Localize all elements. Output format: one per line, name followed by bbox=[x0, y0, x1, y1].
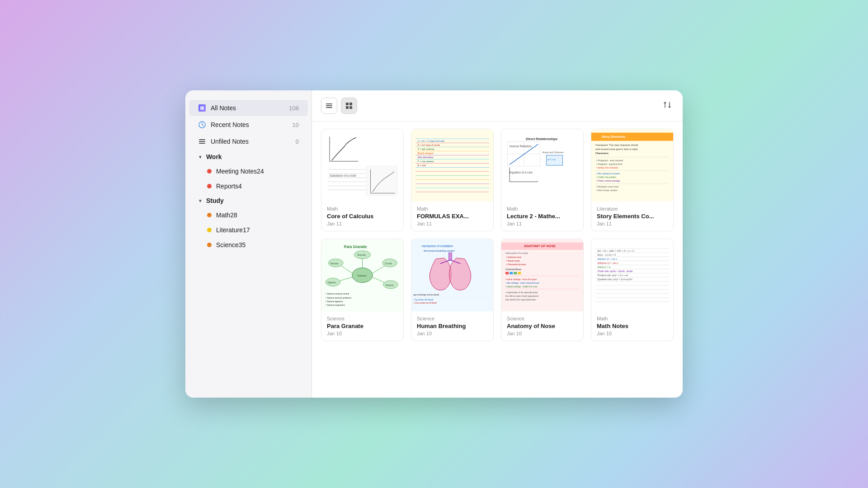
note-category-science2: Science bbox=[417, 316, 488, 321]
note-category-story: Literature bbox=[597, 206, 668, 211]
svg-text:• CO₂ moves out of blood: • CO₂ moves out of blood bbox=[414, 302, 437, 304]
svg-rect-2 bbox=[199, 139, 205, 140]
sidebar-item-recent-notes[interactable]: Recent Notes 10 bbox=[189, 117, 308, 133]
note-card-anatomy[interactable]: ANATOMY OF NOSE main parts of a nose: • … bbox=[501, 239, 584, 341]
svg-text:• Paranasal sinuses: • Paranasal sinuses bbox=[506, 263, 526, 266]
note-date-formulas: Jan 11 bbox=[417, 221, 488, 226]
svg-text:A = l × w: A = l × w bbox=[547, 159, 556, 161]
svg-text:• Resolution: how it ends: • Resolution: how it ends bbox=[596, 186, 619, 188]
svg-text:• Plot: sequence of events: • Plot: sequence of events bbox=[596, 173, 620, 175]
note-card-calculus[interactable]: Substance of a circle Math Core of Calcu… bbox=[321, 129, 404, 231]
svg-text:Colored Nose: Colored Nose bbox=[505, 268, 521, 271]
note-category-mathnotes: Math bbox=[597, 316, 668, 321]
study-label: Study bbox=[206, 197, 224, 204]
note-category-calculus: Math bbox=[327, 206, 398, 211]
svg-text:Circulat.: Circulat. bbox=[385, 263, 392, 265]
svg-text:the child an open-mouth appear: the child an open-mouth appearance bbox=[505, 295, 539, 297]
note-card-story[interactable]: Story Elements Checkpoint: The main char… bbox=[591, 129, 674, 231]
list-view-button[interactable] bbox=[321, 98, 337, 114]
sidebar-item-unfiled-notes[interactable]: Unfiled Notes 0 bbox=[189, 133, 308, 150]
svg-text:• O₂ moves into blood: • O₂ moves into blood bbox=[414, 299, 434, 301]
svg-text:• Antagonist - opposing force: • Antagonist - opposing force bbox=[596, 163, 623, 165]
note-title-science2: Human Breathing bbox=[417, 323, 488, 329]
sort-button[interactable] bbox=[661, 99, 674, 113]
reports-dot bbox=[207, 184, 212, 188]
main-content: Substance of a circle Math Core of Calcu… bbox=[312, 90, 683, 398]
meeting-notes-dot bbox=[207, 169, 212, 174]
svg-text:∫f(x)dx  integral: ∫f(x)dx integral bbox=[417, 152, 433, 155]
note-date-anatomy: Jan 10 bbox=[507, 331, 578, 336]
svg-text:that results from nasal obstru: that results from nasal obstruction bbox=[505, 299, 536, 301]
note-thumb-lecture2: Direct Relationships Inverse Relations E… bbox=[501, 129, 583, 202]
note-info-science1: Science Para Granate Jan 10 bbox=[321, 311, 403, 341]
note-info-calculus: Math Core of Calculus Jan 11 bbox=[321, 202, 403, 231]
sidebar: All Notes 108 Recent Notes 10 bbox=[185, 90, 312, 398]
note-category-science1: Science bbox=[327, 316, 398, 321]
svg-text:• Sistema digestivo: • Sistema digestivo bbox=[326, 300, 343, 303]
svg-text:Product rule: (uv)' = u'v + uv: Product rule: (uv)' = u'v + uv' bbox=[598, 274, 629, 277]
svg-text:main parts of a nose:: main parts of a nose: bbox=[505, 252, 528, 254]
sidebar-item-math[interactable]: Math 28 bbox=[189, 208, 308, 222]
note-info-mathnotes: Math Math Notes Jan 10 bbox=[591, 311, 673, 341]
note-title-story: Story Elements Co... bbox=[597, 213, 668, 220]
note-thumb-calculus: Substance of a circle bbox=[321, 129, 403, 202]
sidebar-section-work[interactable]: ▼ Work bbox=[189, 150, 308, 164]
svg-text:Equation of a Line: Equation of a Line bbox=[509, 171, 533, 174]
svg-text:• Sistema respiratorio: • Sistema respiratorio bbox=[326, 304, 345, 306]
svg-rect-6 bbox=[326, 105, 332, 106]
svg-text:A = πr²  area of circle: A = πr² area of circle bbox=[418, 144, 440, 146]
note-card-science1[interactable]: Para Granate Sistema Nervioso Digestivo bbox=[321, 239, 404, 341]
meeting-notes-label: Meeting Notes bbox=[216, 168, 257, 175]
note-category-formulas: Math bbox=[417, 206, 488, 211]
svg-rect-9 bbox=[349, 103, 352, 105]
svg-text:Sistema: Sistema bbox=[358, 274, 367, 277]
sidebar-section-study[interactable]: ▼ Study bbox=[189, 194, 308, 207]
svg-text:• Protagonist - main character: • Protagonist - main character bbox=[596, 160, 623, 162]
svg-rect-8 bbox=[346, 103, 349, 105]
note-date-mathnotes: Jan 10 bbox=[597, 331, 668, 336]
sidebar-item-meeting-notes[interactable]: Meeting Notes 24 bbox=[189, 164, 308, 178]
svg-text:d/dx(cos x) = -sin x: d/dx(cos x) = -sin x bbox=[598, 262, 618, 264]
sidebar-item-all-notes[interactable]: All Notes 108 bbox=[189, 100, 308, 116]
note-card-science2[interactable]: mechanism of ventilation the human breat… bbox=[411, 239, 494, 341]
svg-text:• External nose: • External nose bbox=[506, 256, 522, 258]
reports-label: Reports bbox=[216, 183, 238, 190]
work-chevron-icon: ▼ bbox=[198, 155, 203, 160]
app-window: All Notes 108 Recent Notes 10 bbox=[185, 90, 683, 398]
recent-notes-icon bbox=[198, 121, 206, 129]
unfiled-notes-count: 0 bbox=[296, 138, 299, 145]
svg-text:Inverse Relations: Inverse Relations bbox=[509, 145, 532, 148]
science-count: 35 bbox=[239, 241, 246, 249]
grid-view-button[interactable] bbox=[341, 98, 357, 114]
svg-text:Quotient rule: (u/v)' = (u'v-u: Quotient rule: (u/v)' = (u'v-uv')/v² bbox=[598, 278, 632, 281]
svg-text:Digestivo: Digestivo bbox=[328, 282, 336, 284]
svg-text:Nervioso: Nervioso bbox=[330, 263, 339, 265]
note-card-mathnotes[interactable]: ∫(x² + 2x + 1)dx = x³/3 + x² + x + C lim… bbox=[591, 239, 674, 341]
svg-rect-99 bbox=[448, 253, 452, 260]
svg-text:Characters:: Characters: bbox=[595, 152, 609, 155]
sidebar-item-science[interactable]: Science 35 bbox=[189, 238, 308, 252]
note-date-calculus: Jan 11 bbox=[327, 221, 398, 226]
svg-rect-3 bbox=[199, 141, 205, 142]
note-info-formulas: Math FORMULAS EXA... Jan 11 bbox=[411, 202, 493, 231]
svg-text:lim(x→∞) 1/x = 0: lim(x→∞) 1/x = 0 bbox=[598, 253, 616, 256]
note-info-anatomy: Science Anatomy of Nose Jan 10 bbox=[501, 311, 583, 341]
math-label: Math bbox=[216, 211, 230, 219]
notes-grid: Substance of a circle Math Core of Calcu… bbox=[312, 122, 683, 398]
note-title-science1: Para Granate bbox=[327, 323, 398, 329]
note-category-anatomy: Science bbox=[507, 316, 578, 321]
sidebar-item-literature[interactable]: Literature 17 bbox=[189, 223, 308, 237]
svg-text:• Nasal cavity: • Nasal cavity bbox=[506, 260, 520, 262]
meeting-notes-count: 24 bbox=[257, 168, 264, 175]
note-card-lecture2[interactable]: Direct Relationships Inverse Relations E… bbox=[501, 129, 584, 231]
svg-line-78 bbox=[340, 265, 352, 273]
svg-text:Checkpoint: The main character: Checkpoint: The main character should bbox=[595, 144, 638, 146]
sidebar-item-reports[interactable]: Reports 4 bbox=[189, 179, 308, 193]
note-card-formulas[interactable]: y = mx + b slope formula A = πr² area of… bbox=[411, 129, 494, 231]
note-date-lecture2: Jan 11 bbox=[507, 221, 578, 226]
science-dot bbox=[207, 243, 212, 247]
literature-label: Literature bbox=[216, 226, 243, 234]
note-info-science2: Science Human Breathing Jan 10 bbox=[411, 311, 493, 341]
svg-text:• Point of view: narrator: • Point of view: narrator bbox=[596, 189, 618, 192]
svg-rect-112 bbox=[509, 272, 513, 274]
